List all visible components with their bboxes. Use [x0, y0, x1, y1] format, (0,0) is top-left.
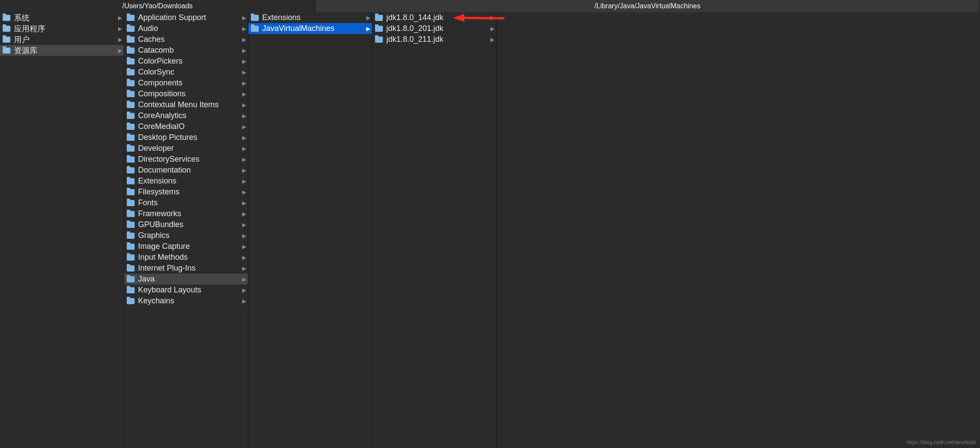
list-item[interactable]: Filesystems▶: [124, 187, 248, 197]
item-label: Components: [138, 78, 240, 88]
list-item[interactable]: Desktop Pictures▶: [124, 132, 248, 143]
list-item[interactable]: Components▶: [124, 78, 248, 88]
item-label: Keyboard Layouts: [138, 285, 240, 295]
chevron-right-icon: ▶: [242, 102, 246, 108]
list-item[interactable]: Keyboard Layouts▶: [124, 285, 248, 295]
list-item[interactable]: Extensions▶: [248, 12, 372, 23]
list-item[interactable]: Frameworks▶: [124, 208, 248, 219]
chevron-right-icon: ▶: [490, 15, 494, 21]
list-item[interactable]: Keychains▶: [124, 295, 248, 306]
list-item[interactable]: CoreAnalytics▶: [124, 110, 248, 121]
list-item[interactable]: Developer▶: [124, 143, 248, 154]
list-item[interactable]: Documentation▶: [124, 165, 248, 176]
item-label: ColorSync: [138, 68, 240, 77]
list-item[interactable]: Contextual Menu Items▶: [124, 99, 248, 110]
list-item[interactable]: GPUBundles▶: [124, 219, 248, 230]
item-label: Frameworks: [138, 209, 240, 218]
chevron-right-icon: ▶: [118, 15, 122, 21]
list-item[interactable]: ColorPickers▶: [124, 56, 248, 67]
list-item[interactable]: Audio▶: [124, 23, 248, 34]
list-item[interactable]: Caches▶: [124, 34, 248, 45]
item-label: Documentation: [138, 166, 240, 175]
list-item[interactable]: 资源库▶: [0, 45, 124, 56]
tab-left[interactable]: /Users/Yao/Downloads: [0, 0, 315, 12]
folder-icon: [127, 156, 135, 163]
column-4[interactable]: jdk1.8.0_144.jdk▶jdk1.8.0_201.jdk▶jdk1.8…: [372, 12, 497, 448]
list-item[interactable]: Compositions▶: [124, 88, 248, 99]
list-item[interactable]: jdk1.8.0_144.jdk▶: [372, 12, 496, 23]
chevron-right-icon: ▶: [366, 26, 370, 32]
item-label: Catacomb: [138, 46, 240, 55]
folder-icon: [375, 26, 383, 32]
chevron-right-icon: ▶: [242, 58, 246, 64]
folder-icon: [127, 211, 135, 217]
folder-icon: [127, 113, 135, 119]
item-label: 应用程序: [14, 24, 116, 34]
tab-right-label: /Library/Java/JavaVirtualMachines: [595, 2, 700, 10]
item-label: Caches: [138, 35, 240, 44]
item-label: Filesystems: [138, 187, 240, 197]
item-label: Developer: [138, 144, 240, 153]
folder-icon: [127, 167, 135, 173]
list-item[interactable]: ColorSync▶: [124, 67, 248, 78]
chevron-right-icon: ▶: [242, 156, 246, 163]
column-2[interactable]: Application Support▶Audio▶Caches▶Catacom…: [124, 12, 248, 448]
list-item[interactable]: Input Methods▶: [124, 252, 248, 263]
folder-icon: [127, 276, 135, 282]
chevron-right-icon: ▶: [242, 113, 246, 119]
item-label: Desktop Pictures: [138, 133, 240, 142]
chevron-right-icon: ▶: [242, 244, 246, 250]
chevron-right-icon: ▶: [242, 15, 246, 21]
folder-icon: [3, 15, 10, 21]
item-label: GPUBundles: [138, 220, 240, 229]
tab-bar: /Users/Yao/Downloads /Library/Java/JavaV…: [0, 0, 980, 12]
list-item[interactable]: DirectoryServices▶: [124, 154, 248, 165]
chevron-right-icon: ▶: [242, 178, 246, 184]
item-label: ColorPickers: [138, 57, 240, 66]
item-label: Fonts: [138, 198, 240, 207]
list-item[interactable]: Internet Plug-Ins▶: [124, 263, 248, 274]
folder-icon: [127, 69, 135, 75]
folder-icon: [127, 102, 135, 108]
list-item[interactable]: CoreMediaIO▶: [124, 121, 248, 132]
list-item[interactable]: JavaVirtualMachines▶: [248, 23, 372, 34]
tab-right[interactable]: /Library/Java/JavaVirtualMachines: [315, 0, 980, 12]
item-label: Internet Plug-Ins: [138, 264, 240, 273]
folder-icon: [127, 48, 135, 54]
list-item[interactable]: Image Capture▶: [124, 241, 248, 252]
list-item[interactable]: Fonts▶: [124, 197, 248, 208]
list-item[interactable]: jdk1.8.0_201.jdk▶: [372, 23, 496, 34]
column-empty: [497, 12, 980, 448]
chevron-right-icon: ▶: [242, 222, 246, 228]
list-item[interactable]: jdk1.8.0_211.jdk▶: [372, 34, 496, 45]
chevron-right-icon: ▶: [490, 26, 494, 32]
chevron-right-icon: ▶: [242, 146, 246, 152]
list-item[interactable]: 应用程序▶: [0, 23, 124, 34]
list-item[interactable]: Graphics▶: [124, 230, 248, 241]
item-label: Extensions: [138, 176, 240, 186]
chevron-right-icon: ▶: [242, 276, 246, 282]
list-item[interactable]: 用户▶: [0, 34, 124, 45]
chevron-right-icon: ▶: [242, 265, 246, 272]
list-item[interactable]: 系统▶: [0, 12, 124, 23]
folder-icon: [127, 265, 135, 272]
folder-icon: [127, 15, 135, 21]
folder-icon: [375, 15, 383, 21]
column-1[interactable]: 系统▶应用程序▶用户▶资源库▶: [0, 12, 124, 448]
chevron-right-icon: ▶: [118, 48, 122, 54]
chevron-right-icon: ▶: [242, 124, 246, 130]
item-label: Compositions: [138, 89, 240, 98]
chevron-right-icon: ▶: [242, 69, 246, 75]
chevron-right-icon: ▶: [118, 37, 122, 43]
chevron-right-icon: ▶: [490, 37, 494, 43]
chevron-right-icon: ▶: [242, 298, 246, 304]
folder-icon: [127, 80, 135, 86]
item-label: Audio: [138, 24, 240, 33]
list-item[interactable]: Java▶: [124, 274, 248, 285]
chevron-right-icon: ▶: [366, 15, 370, 21]
list-item[interactable]: Catacomb▶: [124, 45, 248, 56]
list-item[interactable]: Application Support▶: [124, 12, 248, 23]
folder-icon: [127, 287, 135, 293]
column-3[interactable]: Extensions▶JavaVirtualMachines▶: [248, 12, 372, 448]
list-item[interactable]: Extensions▶: [124, 176, 248, 187]
